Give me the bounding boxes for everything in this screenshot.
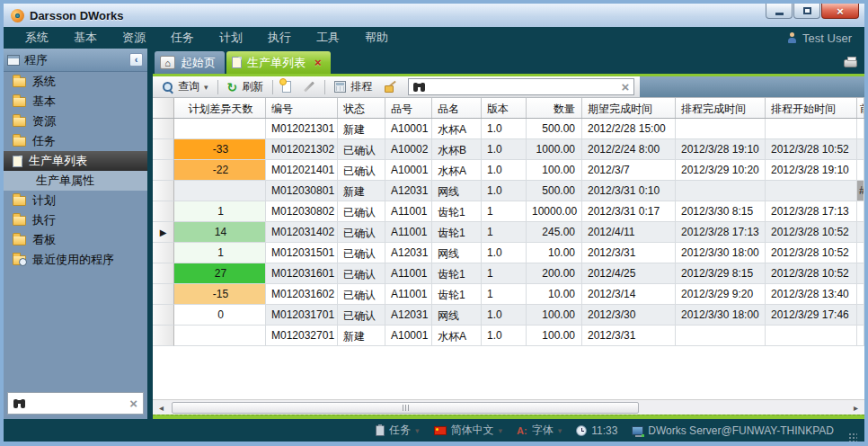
table-cell[interactable]: 2012/3/31 <box>582 326 676 346</box>
task-dropdown[interactable]: 任务 ▾ <box>376 423 420 438</box>
table-row[interactable]: M012021301新建A10001水杯A1.0500.002012/2/28 … <box>153 119 864 139</box>
table-cell[interactable]: 新建 <box>338 119 385 139</box>
menu-item[interactable]: 资源 <box>110 30 158 46</box>
table-cell[interactable]: 100.00 <box>527 160 582 181</box>
table-cell[interactable]: 1 <box>482 263 527 284</box>
table-cell[interactable] <box>676 326 766 346</box>
table-row[interactable]: M012032701新建A10001水杯A1.0100.002012/3/31 <box>153 326 864 346</box>
table-cell[interactable] <box>857 284 864 305</box>
clear-search-icon[interactable]: × <box>622 80 630 94</box>
table-cell[interactable]: 已确认 <box>338 263 385 284</box>
column-header[interactable]: 编号 <box>266 98 338 118</box>
refresh-button[interactable]: ↻ 刷新 <box>223 77 269 96</box>
sidebar-item[interactable]: 最近使用的程序 <box>4 250 147 270</box>
table-cell[interactable]: M012030802 <box>266 201 338 222</box>
column-header[interactable]: 排程开始时间 <box>766 98 857 118</box>
table-cell[interactable]: 1 <box>482 222 527 243</box>
table-cell[interactable]: 1000.00 <box>527 139 582 160</box>
table-cell[interactable]: 2012/3/28 17:13 <box>766 201 857 222</box>
table-cell[interactable]: 2012/2/24 8:00 <box>582 139 676 160</box>
table-cell[interactable]: 1.0 <box>482 119 527 139</box>
table-cell[interactable]: 齿轮1 <box>432 284 482 305</box>
table-cell[interactable]: 2012/3/28 13:40 <box>766 284 857 305</box>
table-cell[interactable] <box>676 119 766 139</box>
toolbar-search-input[interactable] <box>430 81 616 94</box>
table-cell[interactable]: -33 <box>174 139 266 160</box>
table-row[interactable]: -22M012021401已确认A10001水杯A1.0100.002012/3… <box>153 160 864 181</box>
column-header[interactable]: 计划差异天数 <box>174 98 266 118</box>
table-cell[interactable]: # <box>857 181 864 201</box>
table-cell[interactable]: 2012/3/28 10:52 <box>766 243 857 263</box>
table-cell[interactable] <box>857 160 864 181</box>
table-row[interactable]: 1M012030802已确认A11001齿轮1110000.002012/3/3… <box>153 201 864 222</box>
table-cell[interactable]: M012031701 <box>266 305 338 326</box>
row-selector[interactable] <box>153 326 174 346</box>
table-cell[interactable] <box>676 181 766 201</box>
table-cell[interactable]: M012031501 <box>266 243 338 263</box>
printer-icon[interactable] <box>844 59 857 67</box>
font-dropdown[interactable]: A: 字体 ▾ <box>517 423 562 438</box>
table-cell[interactable]: A11001 <box>385 263 432 284</box>
row-selector[interactable] <box>153 119 174 139</box>
table-cell[interactable]: A12031 <box>385 305 432 326</box>
table-cell[interactable]: 14 <box>174 222 266 243</box>
table-cell[interactable]: M012021301 <box>266 119 338 139</box>
row-selector[interactable] <box>153 201 174 222</box>
table-cell[interactable]: 500.00 <box>527 181 582 201</box>
table-cell[interactable]: M012021302 <box>266 139 338 160</box>
table-cell[interactable]: 1.0 <box>482 243 527 263</box>
column-header[interactable]: 品名 <box>432 98 482 118</box>
menu-item[interactable]: 基本 <box>61 30 110 46</box>
query-button[interactable]: 查询 ▾ <box>158 77 213 96</box>
table-cell[interactable]: 已确认 <box>338 305 385 326</box>
table-cell[interactable]: 网线 <box>432 243 482 263</box>
table-cell[interactable]: 已确认 <box>338 201 385 222</box>
table-cell[interactable] <box>174 181 266 201</box>
table-cell[interactable]: 水杯A <box>432 160 482 181</box>
table-cell[interactable]: 2012/4/11 <box>582 222 676 243</box>
table-cell[interactable]: 2012/3/31 0:10 <box>582 181 676 201</box>
menu-item[interactable]: 计划 <box>207 30 255 46</box>
table-cell[interactable]: 1 <box>482 201 527 222</box>
table-cell[interactable]: 27 <box>174 263 266 284</box>
table-cell[interactable]: 1 <box>482 284 527 305</box>
table-cell[interactable]: 水杯A <box>432 119 482 139</box>
table-cell[interactable]: 已确认 <box>338 139 385 160</box>
table-row[interactable]: -15M012031602已确认A11001齿轮1110.002012/3/14… <box>153 284 864 305</box>
table-cell[interactable]: M012030801 <box>266 181 338 201</box>
table-cell[interactable]: 0 <box>174 305 266 326</box>
sidebar-item[interactable]: 系统 <box>4 72 147 92</box>
table-cell[interactable]: A11001 <box>385 222 432 243</box>
language-dropdown[interactable]: 简体中文 ▾ <box>434 423 503 438</box>
menu-item[interactable]: 帮助 <box>352 30 401 46</box>
table-cell[interactable]: 水杯A <box>432 326 482 346</box>
sidebar-item[interactable]: 基本 <box>4 92 147 112</box>
table-cell[interactable]: 2012/4/25 <box>582 263 676 284</box>
clear-search-icon[interactable]: × <box>129 397 137 410</box>
table-cell[interactable]: 1.0 <box>482 160 527 181</box>
menu-item[interactable]: 工具 <box>304 30 352 46</box>
table-cell[interactable]: 500.00 <box>527 119 582 139</box>
sidebar-item[interactable]: 看板 <box>4 230 147 250</box>
table-cell[interactable]: 已确认 <box>338 160 385 181</box>
column-header[interactable]: 期望完成时间 <box>582 98 676 118</box>
table-cell[interactable]: A12031 <box>385 181 432 201</box>
scroll-right-icon[interactable]: ▸ <box>849 403 863 413</box>
column-header[interactable]: 数量 <box>527 98 582 118</box>
table-cell[interactable]: -22 <box>174 160 266 181</box>
column-header[interactable]: 前 <box>857 98 864 118</box>
sidebar-item[interactable]: 资源 <box>4 112 147 131</box>
menu-item[interactable]: 任务 <box>158 30 207 46</box>
sidebar-search-input[interactable] <box>31 397 124 410</box>
table-cell[interactable]: M012031402 <box>266 222 338 243</box>
sidebar-header[interactable]: 程序 ‹ <box>4 49 147 72</box>
table-cell[interactable]: 2012/3/28 17:13 <box>676 222 766 243</box>
menu-item[interactable]: 执行 <box>255 30 304 46</box>
table-cell[interactable]: 齿轮1 <box>432 263 482 284</box>
column-header[interactable]: 版本 <box>482 98 527 118</box>
row-selector[interactable] <box>153 263 174 284</box>
schedule-button[interactable]: 排程 <box>330 77 376 96</box>
table-cell[interactable]: A11001 <box>385 284 432 305</box>
column-header[interactable]: 状态 <box>338 98 385 118</box>
table-cell[interactable]: 2012/3/30 <box>582 305 676 326</box>
